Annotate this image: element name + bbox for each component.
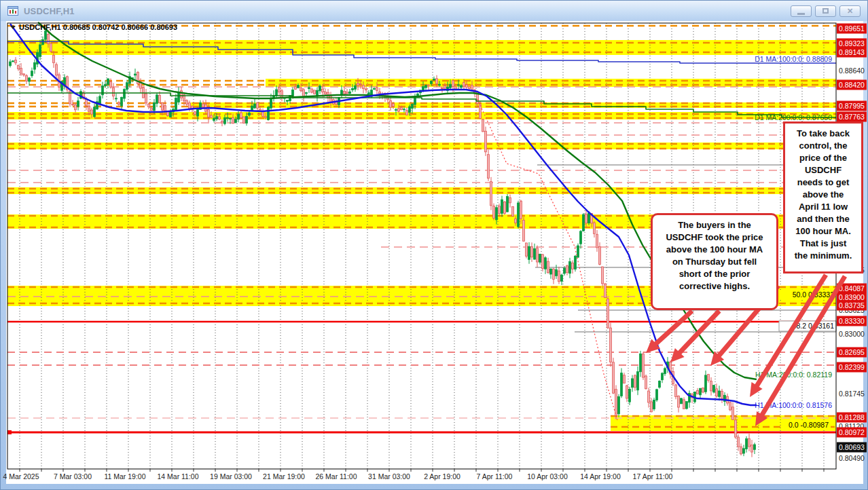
candle-body — [213, 118, 215, 120]
line-anchor-handle — [7, 430, 12, 434]
candle-body — [596, 234, 598, 248]
candle-body — [561, 275, 563, 281]
candle-body — [414, 97, 416, 105]
candle-body — [224, 118, 226, 124]
candle-body — [550, 269, 552, 274]
candle-body — [425, 86, 427, 88]
candle-body — [626, 385, 628, 398]
candle-body — [246, 116, 248, 123]
price-badge: 0.89143 — [839, 48, 865, 56]
annotation-box-buyers[interactable]: The buyers in the USDCHF took the price … — [651, 213, 778, 310]
candle-body — [270, 98, 272, 108]
candle-body — [31, 71, 33, 76]
candle-body — [439, 84, 441, 85]
candle-body — [681, 398, 683, 404]
candle-body — [88, 106, 90, 111]
candle-body — [159, 96, 161, 103]
candle-body — [615, 390, 617, 416]
candle-body — [75, 105, 77, 109]
candle-body — [496, 208, 498, 220]
candle-body — [460, 86, 463, 88]
candle-body — [754, 445, 756, 449]
candle-body — [360, 84, 362, 85]
candle-body — [534, 248, 536, 259]
candle-body — [594, 223, 596, 233]
candle-body — [107, 79, 109, 85]
price-badge: 0.87995 — [839, 102, 865, 110]
candle-body — [86, 100, 88, 106]
candle-body — [113, 88, 115, 96]
candle-body — [648, 391, 650, 402]
candle-body — [306, 92, 308, 93]
price-badge: 0.87763 — [839, 113, 865, 121]
candle-body — [528, 246, 530, 259]
candle-body — [355, 86, 357, 89]
titlebar[interactable]: USDCHF,H1 ✕ — [1, 1, 867, 21]
candle-body — [197, 109, 199, 116]
price-axis-label: 0.81745 — [839, 390, 865, 398]
candle-body — [162, 103, 164, 110]
candle-body — [15, 60, 17, 62]
candle-body — [466, 85, 468, 87]
candle-body — [566, 266, 568, 273]
maximize-button[interactable] — [815, 5, 836, 17]
candle-body — [545, 258, 547, 269]
candle-body — [488, 155, 490, 178]
price-badge: 0.83900 — [839, 293, 865, 301]
candle-body — [651, 402, 653, 412]
candle-body — [10, 62, 12, 66]
candle-body — [662, 373, 664, 380]
candle-body — [509, 197, 511, 203]
candle-body — [42, 39, 44, 44]
candle-body — [740, 447, 742, 454]
candle-body — [341, 90, 343, 95]
candle-body — [292, 90, 294, 96]
candle-body — [393, 104, 395, 107]
candle-body — [710, 381, 712, 390]
candle-body — [656, 390, 658, 400]
price-badge: 0.80693 — [839, 443, 865, 451]
candle-body — [431, 81, 433, 83]
candle-body — [664, 369, 666, 374]
candle-body — [363, 86, 365, 89]
candle-body — [556, 269, 558, 276]
candle-body — [515, 219, 517, 223]
candle-body — [531, 246, 533, 257]
candle-body — [507, 196, 509, 212]
price-badge: 0.82399 — [839, 363, 865, 371]
candle-body — [746, 438, 748, 449]
time-axis-label: 14 Apr 19:00 — [580, 472, 621, 480]
candle-body — [412, 104, 414, 108]
candle-body — [469, 87, 471, 89]
candle-body — [94, 107, 96, 117]
candle-body — [526, 243, 528, 257]
candle-body — [683, 400, 685, 409]
candle-body — [230, 118, 232, 119]
fib-label: 0.0 -0.80987 — [789, 421, 829, 429]
minimize-button[interactable] — [791, 5, 812, 17]
candle-body — [346, 92, 348, 94]
candle-body — [441, 88, 444, 89]
candle-body — [471, 85, 473, 90]
candle-body — [240, 113, 242, 117]
candle-body — [653, 400, 655, 409]
close-button[interactable]: ✕ — [839, 5, 861, 17]
candle-body — [314, 90, 316, 94]
candle-body — [577, 246, 579, 257]
candle-body — [26, 76, 28, 81]
candle-body — [300, 88, 302, 91]
close-icon: ✕ — [847, 7, 853, 16]
candle-body — [452, 81, 454, 87]
candle-body — [585, 214, 587, 223]
candle-body — [12, 61, 14, 62]
price-badge: 0.83735 — [839, 301, 865, 309]
candle-body — [520, 201, 522, 219]
time-axis-label: 19 Mar 03:00 — [210, 472, 252, 480]
candle-body — [450, 84, 452, 88]
candle-body — [170, 111, 172, 117]
candle-body — [580, 231, 582, 244]
candle-body — [268, 107, 270, 120]
candle-body — [319, 86, 321, 91]
annotation-box-control[interactable]: To take back control, the price of the U… — [783, 121, 863, 274]
candle-body — [493, 206, 495, 219]
